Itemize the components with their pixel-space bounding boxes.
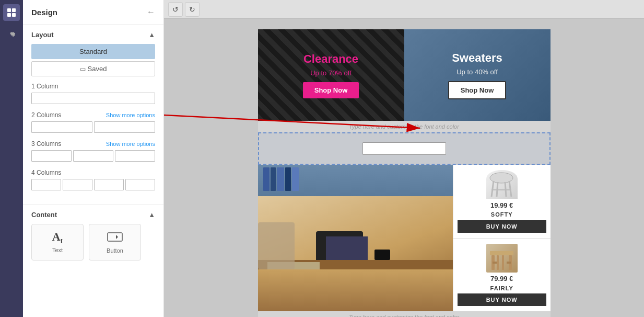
selected-empty-row[interactable] (258, 132, 551, 165)
saved-icon: ▭ (80, 65, 86, 73)
product-price-0: 19.99 € (490, 201, 513, 209)
sidebar-panel: Design ← Layout ▲ Standard ▭ Saved 1 Col… (23, 0, 164, 317)
col-block (31, 121, 92, 133)
content-section-header: Content ▲ (31, 211, 155, 219)
standard-button[interactable]: Standard (31, 44, 155, 59)
saved-button[interactable]: ▭ Saved (31, 61, 155, 76)
col-block (31, 150, 72, 162)
product-name-0: SOFTY (491, 211, 513, 218)
content-section: Content ▲ AI Text Button (23, 204, 163, 267)
product-cards: 19.99 € SOFTY BUY NOW (453, 165, 551, 311)
layout-section: Layout ▲ Standard ▭ Saved 1 Column 2 Col… (23, 25, 163, 204)
saved-label: Saved (88, 65, 107, 73)
layout-buttons: Standard ▭ Saved (31, 44, 155, 76)
product-row: 19.99 € SOFTY BUY NOW (258, 165, 551, 311)
svg-rect-4 (108, 233, 122, 241)
col-block (125, 179, 155, 190)
col-block (94, 121, 155, 133)
col-block (115, 150, 155, 162)
email-wrapper: Clearance Up to 70% off Shop Now Sweater… (258, 29, 551, 317)
svg-rect-0 (7, 8, 11, 12)
svg-rect-3 (12, 13, 16, 17)
three-columns-label: 3 Columns Show more options (31, 140, 155, 148)
sweaters-subtitle: Up to 40% off (456, 68, 498, 76)
undo-button[interactable]: ↺ (168, 2, 183, 17)
sidebar-title: Design (31, 8, 57, 17)
canvas-content[interactable]: Clearance Up to 70% off Shop Now Sweater… (164, 19, 644, 317)
svg-rect-15 (507, 262, 511, 264)
content-label: Content (31, 211, 57, 219)
product-card-1: 79.99 € FAIRLY BUY NOW (453, 238, 551, 312)
button-content-item[interactable]: Button (89, 224, 141, 261)
col-block (73, 150, 113, 162)
two-columns-label: 2 Columns Show more options (31, 111, 155, 119)
content-items: AI Text Button (31, 224, 155, 261)
product-image-1 (486, 244, 518, 273)
clearance-banner: Clearance Up to 70% off Shop Now (258, 29, 404, 121)
settings-panel-icon[interactable] (3, 25, 20, 42)
banner-row: Clearance Up to 70% off Shop Now Sweater… (258, 29, 551, 121)
layout-label: Layout (31, 31, 54, 39)
redo-button[interactable]: ↻ (185, 2, 200, 17)
layout-section-header: Layout ▲ (31, 31, 155, 39)
sweaters-title: Sweaters (452, 51, 502, 65)
one-column-label: 1 Column (31, 83, 155, 90)
three-columns-section: 3 Columns Show more options (31, 140, 155, 162)
button-item-label: Button (107, 247, 123, 254)
clearance-subtitle: Up to 70% off (310, 69, 352, 77)
banner-caption: Type here and customize the font and col… (258, 121, 551, 132)
col-block (63, 179, 92, 190)
svg-line-6 (491, 181, 494, 197)
two-columns-section: 2 Columns Show more options (31, 111, 155, 133)
clearance-title: Clearance (303, 52, 358, 66)
three-columns-preview[interactable] (31, 150, 155, 162)
desk-scene (258, 165, 453, 311)
text-item-label: Text (52, 247, 63, 253)
one-column-preview[interactable] (31, 93, 155, 104)
svg-rect-17 (502, 255, 504, 270)
canvas-area: ↺ ↻ Clearance Up to 70% off Shop Now Swe… (164, 0, 644, 317)
two-columns-show-more[interactable]: Show more options (106, 112, 155, 118)
product-buy-button-1[interactable]: BUY NOW (458, 293, 546, 306)
icon-bar (0, 0, 23, 317)
col-block (94, 179, 124, 190)
product-section: 19.99 € SOFTY BUY NOW (258, 165, 551, 317)
four-columns-label: 4 Columns (31, 169, 155, 176)
two-columns-preview[interactable] (31, 121, 155, 133)
product-price-1: 79.99 € (490, 275, 513, 282)
col-block (31, 93, 155, 104)
product-card-0: 19.99 € SOFTY BUY NOW (453, 165, 551, 238)
layout-collapse-icon[interactable]: ▲ (148, 31, 155, 39)
sweaters-shop-button[interactable]: Shop Now (448, 81, 507, 99)
col-block (31, 179, 61, 190)
grid-view-icon[interactable] (3, 4, 20, 21)
svg-rect-11 (490, 251, 513, 255)
clearance-shop-button[interactable]: Shop Now (303, 82, 359, 98)
content-collapse-icon[interactable]: ▲ (148, 211, 155, 219)
sidebar-header: Design ← (23, 0, 163, 25)
product-buy-button-0[interactable]: BUY NOW (458, 220, 546, 233)
text-icon: AI (52, 231, 63, 244)
banner-section: Clearance Up to 70% off Shop Now Sweater… (258, 29, 551, 132)
product-main-image (258, 165, 453, 311)
canvas-toolbar: ↺ ↻ (164, 0, 644, 19)
svg-rect-2 (7, 13, 11, 17)
product-image-0 (486, 170, 518, 199)
svg-line-7 (509, 181, 511, 197)
product-caption: Type here and customize the font and col… (258, 311, 551, 317)
one-column-section: 1 Column (31, 83, 155, 104)
svg-rect-1 (12, 8, 16, 12)
text-content-item[interactable]: AI Text (31, 224, 84, 261)
selected-row-inner (362, 142, 446, 155)
button-icon (107, 231, 123, 245)
collapse-icon[interactable]: ← (147, 7, 155, 17)
four-columns-section: 4 Columns (31, 169, 155, 190)
svg-rect-14 (493, 262, 497, 264)
three-columns-show-more[interactable]: Show more options (106, 141, 155, 147)
sweaters-banner: Sweaters Up to 40% off Shop Now (404, 29, 551, 121)
svg-rect-16 (497, 255, 499, 270)
four-columns-preview[interactable] (31, 179, 155, 190)
product-name-1: FAIRLY (490, 285, 513, 291)
